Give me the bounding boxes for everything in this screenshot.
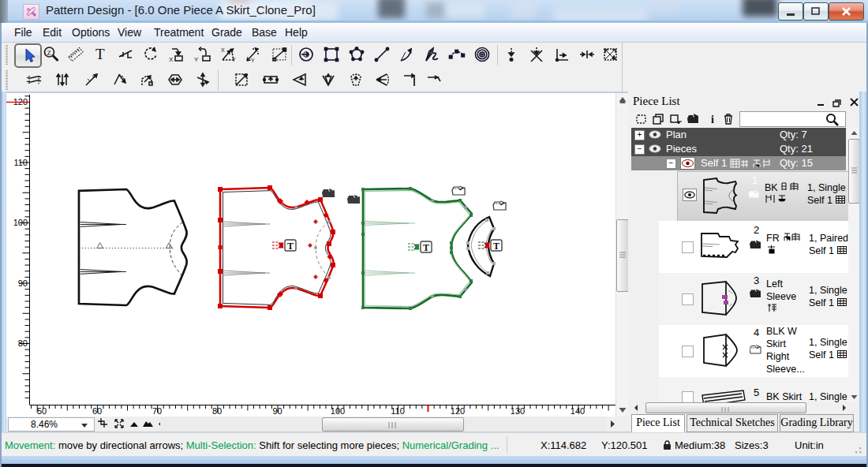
svg-text:70: 70 [152, 406, 162, 416]
svg-text:110: 110 [13, 158, 28, 167]
svg-text:Y: Y [194, 56, 199, 63]
svg-text:X: X [221, 47, 225, 53]
svg-text:Z: Z [47, 49, 52, 57]
svg-text:Y: Y [232, 57, 236, 62]
svg-text:T: T [287, 241, 294, 252]
svg-text:X: X [169, 56, 174, 63]
svg-text:i: i [711, 114, 714, 125]
svg-text:80: 80 [212, 406, 222, 416]
svg-text:120: 120 [451, 406, 465, 416]
svg-text:140: 140 [571, 406, 585, 416]
svg-text:110: 110 [391, 406, 405, 416]
svg-text:80: 80 [18, 338, 28, 348]
svg-text:T: T [95, 46, 105, 62]
svg-text:T: T [493, 241, 499, 252]
svg-text:130: 130 [511, 406, 525, 416]
svg-text:Y: Y [251, 58, 255, 63]
svg-text:100: 100 [13, 218, 28, 227]
svg-text:60: 60 [92, 406, 102, 416]
svg-text:T: T [423, 242, 429, 253]
svg-text:90: 90 [18, 278, 28, 288]
svg-text:90: 90 [272, 406, 282, 416]
svg-text:100: 100 [331, 406, 345, 416]
svg-text:50: 50 [37, 406, 47, 416]
